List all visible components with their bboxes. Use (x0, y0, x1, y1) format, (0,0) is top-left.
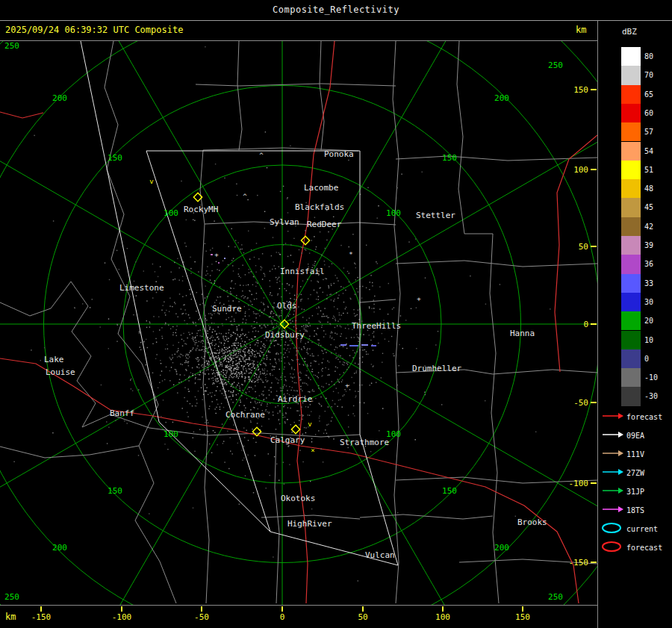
x-axis-label: -150 (31, 612, 52, 622)
city-label: Blackfalds (295, 202, 344, 212)
colorbar-value: 51 (644, 166, 653, 174)
legend-symbol-27ZW (601, 466, 623, 480)
city-label: Vulcan (365, 550, 395, 560)
legend-arrow-icon (601, 429, 623, 440)
colorbar-swatch (621, 236, 641, 255)
colorbar-swatch (621, 387, 641, 405)
city-label: Calgary (270, 435, 305, 445)
legend-item: 31JP (601, 484, 644, 499)
legend-symbol-31JP (601, 485, 623, 499)
legend-symbol-forecast (601, 541, 623, 556)
x-axis-label: 0 (280, 612, 285, 622)
colorbar-value: 65 (644, 90, 653, 99)
legend-arrow-icon (601, 504, 623, 514)
colorbar-value: 54 (644, 147, 653, 155)
legend-ellipse-icon (601, 541, 623, 553)
x-axis-unit-label: km (5, 612, 16, 622)
map-point-marker: ^ (243, 193, 247, 200)
range-label: 100 (164, 208, 178, 218)
x-axis-tick (201, 606, 202, 612)
colorbar-swatch (621, 122, 641, 141)
legend-symbol-18TS (601, 503, 623, 517)
city-label: Ponoka (324, 149, 354, 159)
city-label: Limestone (119, 283, 164, 293)
range-label: 150 (108, 486, 122, 496)
window-title: Composite_Reflectivity (0, 0, 672, 21)
colorbar-swatch (621, 161, 641, 179)
legend-item: 27ZW (601, 465, 644, 480)
y-axis-label: -100 (569, 479, 589, 488)
legend-label: forecast (626, 544, 662, 552)
colorbar-swatch (621, 293, 641, 311)
legend-arrow-icon (601, 411, 623, 421)
y-axis-label: 0 (583, 320, 588, 329)
colorbar-value: 20 (644, 317, 653, 325)
city-label: Lake (44, 355, 64, 364)
x-axis-tick (442, 606, 444, 612)
legend-item: forecast (601, 540, 662, 555)
x-axis: km -150-100-50050100150 (0, 605, 597, 628)
colorbar-value: 60 (644, 109, 653, 117)
x-axis-tick (281, 606, 283, 612)
legend-item: 111V (601, 447, 644, 461)
legend-item: 09EA (601, 428, 644, 443)
wind-marker: × (311, 447, 314, 454)
city-label: Innisfail (280, 267, 325, 276)
colorbar-value: 36 (644, 260, 653, 268)
legend-label: 27ZW (626, 469, 644, 477)
x-axis-tick (362, 606, 364, 612)
wind-marker: v (308, 420, 311, 428)
city-label: ThreeHills (352, 321, 401, 331)
range-label: 100 (164, 429, 178, 439)
colorbar-value: 70 (644, 71, 653, 79)
legend-label: 111V (626, 450, 644, 458)
legend-ellipse-icon (601, 522, 623, 534)
city-label: Banff (110, 408, 134, 418)
range-label: 250 (548, 592, 563, 602)
colorbar-swatch (621, 142, 641, 161)
x-axis-label: -100 (112, 612, 132, 622)
legend-arrow-icon (601, 448, 623, 458)
colorbar-value: 33 (644, 279, 653, 287)
legend-item: current (601, 521, 658, 536)
radar-viewer-window: Composite_Reflectivity 2025/09/24 06:39:… (0, 0, 672, 628)
map-point-marker: ^ (259, 152, 264, 159)
y-axis-label: 50 (579, 242, 588, 252)
colorbar-swatch (621, 349, 641, 368)
city-label: Hanna (510, 329, 535, 338)
timestamp-label: 2025/09/24 06:39:32 UTC Composite (5, 25, 183, 35)
legend-label: 09EA (626, 432, 644, 440)
colorbar-swatch (621, 255, 641, 273)
y-axis-label: -150 (569, 558, 589, 568)
x-axis-label: 100 (435, 612, 450, 622)
range-label: 250 (4, 41, 19, 51)
y-axis-label: -50 (573, 398, 588, 408)
range-label: 250 (548, 60, 563, 70)
legend-item: forecast (601, 409, 662, 424)
legend-arrow-icon (601, 485, 623, 496)
city-label: Louise (46, 367, 75, 377)
colorbar-title: dBZ (622, 27, 637, 37)
colorbar-swatch (621, 331, 641, 349)
city-label: HighRiver (287, 519, 332, 529)
city-label: Drumheller (412, 364, 462, 373)
colorbar-swatch (621, 104, 641, 122)
city-label: Stettler (416, 211, 455, 220)
x-axis-label: 150 (515, 612, 530, 622)
city-label: Didsbury (265, 330, 305, 340)
range-label: 200 (494, 93, 509, 103)
colorbar-swatch (621, 217, 641, 236)
city-label: Sundre (212, 304, 242, 314)
radar-map[interactable]: 2502001501001001502002501001502002501001… (0, 41, 597, 605)
colorbar-swatch (621, 274, 641, 293)
range-label: 150 (442, 153, 457, 163)
colorbar-swatch (621, 85, 641, 104)
range-label: 150 (108, 153, 122, 163)
colorbar-swatch (621, 368, 641, 387)
map-point-marker: + (417, 295, 421, 302)
x-axis-label: 50 (358, 612, 367, 622)
city-label: Olds (277, 301, 297, 311)
map-point-marker: * (349, 251, 352, 258)
legend-label: current (626, 525, 658, 533)
range-label: 100 (386, 208, 401, 218)
